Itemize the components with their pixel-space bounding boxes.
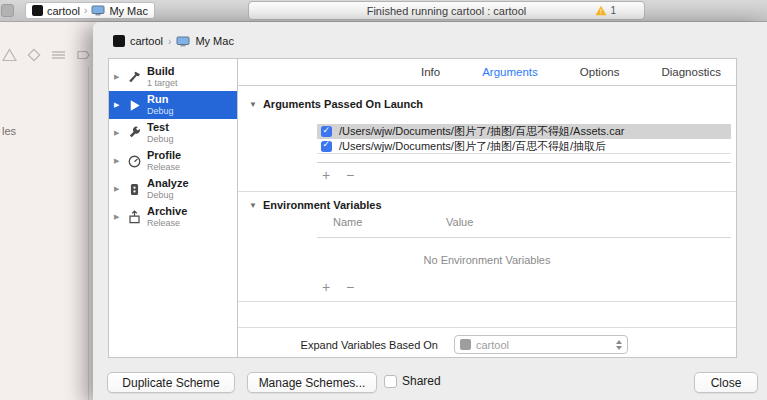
warning-count: 1 <box>610 5 616 16</box>
checkbox-checked-icon[interactable] <box>321 141 332 152</box>
clipped-background-text: les <box>2 125 16 137</box>
section-disclosure-icon[interactable] <box>249 100 257 109</box>
tab-bar: Info Arguments Options Diagnostics <box>238 59 736 86</box>
scheme-panel: Build 1 target Run Debug <box>108 58 737 358</box>
sidebar-item-profile[interactable]: Profile Release <box>109 147 237 175</box>
warning-triangle-icon: ! <box>595 5 607 16</box>
disclosure-triangle-icon[interactable] <box>114 213 125 221</box>
section-disclosure-icon[interactable] <box>249 201 257 210</box>
sidebar-item-title: Analyze <box>147 178 189 189</box>
disclosure-triangle-icon[interactable] <box>114 101 125 109</box>
expand-variables-label: Expand Variables Based On <box>238 339 438 351</box>
sidebar-item-subtitle: 1 target <box>147 78 178 89</box>
tab-diagnostics[interactable]: Diagnostics <box>661 66 720 78</box>
sidebar-item-run[interactable]: Run Debug <box>109 91 237 119</box>
activity-viewer: Finished running cartool : cartool ! 1 <box>248 1 645 20</box>
xcode-toolbar: cartool › My Mac Finished running cartoo… <box>0 0 767 22</box>
expand-variables-value: cartool <box>476 339 616 351</box>
archive-icon <box>125 209 143 226</box>
status-message: Finished running cartool : cartool <box>367 5 527 17</box>
sheet-scheme-name[interactable]: cartool <box>130 35 163 47</box>
argument-value[interactable]: /Users/wjw/Documents/图片了/抽图/百思不得姐/Assets… <box>339 124 624 139</box>
edit-scheme-sheet: cartool › My Mac Build 1 target <box>93 22 767 400</box>
environment-section-header: Environment Variables <box>249 199 382 211</box>
sidebar-item-subtitle: Debug <box>147 106 174 117</box>
section-divider <box>238 327 736 328</box>
sidebar-item-analyze[interactable]: Analyze Debug <box>109 175 237 203</box>
hammer-icon <box>125 69 143 86</box>
popup-chevrons-icon <box>616 340 622 350</box>
disclosure-triangle-icon[interactable] <box>114 73 125 81</box>
my-mac-icon <box>176 36 190 47</box>
close-button[interactable]: Close <box>694 372 758 393</box>
run-action-content: Info Arguments Options Diagnostics Argum… <box>238 59 736 357</box>
test-navigator-icon <box>27 48 41 62</box>
manage-schemes-button[interactable]: Manage Schemes... <box>247 372 377 393</box>
shared-checkbox[interactable] <box>384 375 397 388</box>
argument-value[interactable]: /Users/wjw/Documents/图片了/抽图/百思不得姐/抽取后 <box>339 139 606 154</box>
arguments-section-title: Arguments Passed On Launch <box>263 98 423 110</box>
warning-badge[interactable]: ! 1 <box>595 5 616 16</box>
env-table-header-divider <box>317 237 731 238</box>
toolbar-scheme-name[interactable]: cartool <box>47 5 80 17</box>
environment-section-title: Environment Variables <box>263 199 382 211</box>
play-icon <box>125 97 143 114</box>
tab-options[interactable]: Options <box>580 66 620 78</box>
remove-argument-button[interactable]: − <box>343 169 357 181</box>
sheet-destination-name[interactable]: My Mac <box>195 35 234 47</box>
sidebar-item-subtitle: Debug <box>147 190 189 201</box>
remove-env-variable-button[interactable]: − <box>343 281 357 293</box>
sidebar-item-title: Archive <box>147 206 187 217</box>
duplicate-scheme-button[interactable]: Duplicate Scheme <box>107 372 235 393</box>
argument-row[interactable]: /Users/wjw/Documents/图片了/抽图/百思不得姐/Assets… <box>317 124 731 139</box>
sidebar-item-build[interactable]: Build 1 target <box>109 63 237 91</box>
add-env-variable-button[interactable]: + <box>319 281 333 293</box>
sidebar-item-subtitle: Release <box>147 162 181 173</box>
disclosure-triangle-icon[interactable] <box>114 129 125 137</box>
section-divider <box>238 191 736 192</box>
dimmed-navigator-area: les <box>0 22 95 400</box>
arguments-table[interactable]: /Users/wjw/Documents/图片了/抽图/百思不得姐/Assets… <box>317 124 731 163</box>
env-name-column-header: Name <box>333 216 362 228</box>
env-value-column-header: Value <box>446 216 473 228</box>
sidebar-item-test[interactable]: Test Debug <box>109 119 237 147</box>
gauge-icon <box>125 153 143 170</box>
my-mac-icon <box>91 5 105 16</box>
arguments-add-remove: + − <box>319 169 357 181</box>
section-divider <box>238 301 736 302</box>
tab-info[interactable]: Info <box>421 66 440 78</box>
toolbar-scheme-chooser[interactable]: cartool › My Mac <box>25 2 155 19</box>
toolbar-destination-name[interactable]: My Mac <box>109 5 148 17</box>
disclosure-triangle-icon[interactable] <box>114 157 125 165</box>
add-argument-button[interactable]: + <box>319 169 333 181</box>
stop-button[interactable] <box>1 4 14 17</box>
sidebar-item-archive[interactable]: Archive Release <box>109 203 237 231</box>
sidebar-item-title: Run <box>147 94 174 105</box>
sidebar-item-title: Profile <box>147 150 181 161</box>
target-app-icon <box>460 339 471 350</box>
checkbox-checked-icon[interactable] <box>321 126 332 137</box>
disclosure-triangle-icon[interactable] <box>114 185 125 193</box>
wrench-icon <box>125 125 143 142</box>
svg-text:!: ! <box>600 8 602 15</box>
cartool-app-icon <box>32 5 43 16</box>
analyzer-icon <box>125 181 143 198</box>
navigator-divider <box>88 67 89 400</box>
expand-variables-popup[interactable]: cartool <box>454 335 628 354</box>
breakpoint-navigator-icon <box>76 48 91 62</box>
debug-navigator-icon <box>51 48 66 62</box>
scheme-actions-sidebar: Build 1 target Run Debug <box>109 59 238 357</box>
sheet-scheme-header: cartool › My Mac <box>113 35 234 47</box>
cartool-app-icon <box>113 35 125 47</box>
sidebar-item-title: Test <box>147 122 174 133</box>
sidebar-item-subtitle: Release <box>147 218 187 229</box>
env-add-remove: + − <box>319 281 357 293</box>
tab-arguments[interactable]: Arguments <box>482 66 538 78</box>
arguments-section-header: Arguments Passed On Launch <box>249 98 423 110</box>
argument-row[interactable]: /Users/wjw/Documents/图片了/抽图/百思不得姐/抽取后 <box>317 139 731 154</box>
shared-checkbox-label: Shared <box>402 374 441 388</box>
sidebar-item-subtitle: Debug <box>147 134 174 145</box>
env-empty-placeholder: No Environment Variables <box>238 254 736 266</box>
sidebar-item-title: Build <box>147 66 178 77</box>
issue-navigator-icon <box>2 48 17 62</box>
